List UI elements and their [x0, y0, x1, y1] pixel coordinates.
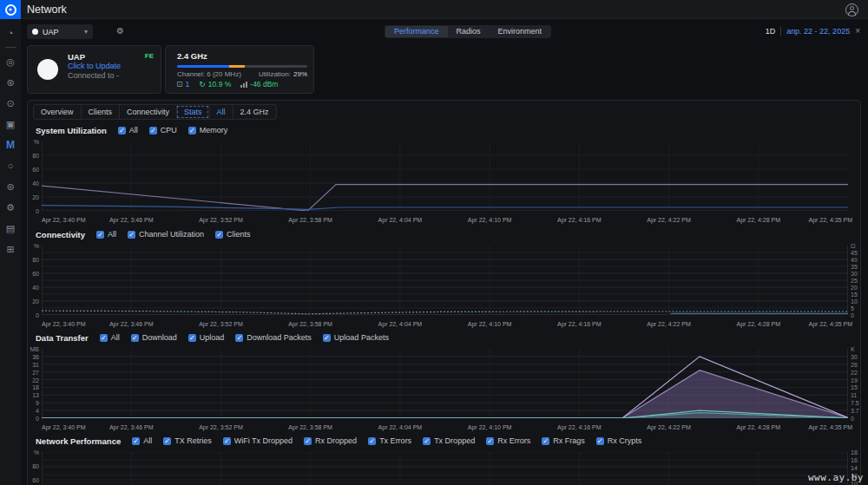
date-close-icon[interactable]: ×: [855, 27, 860, 36]
devices-icon[interactable]: ◎: [0, 51, 21, 72]
media-icon[interactable]: ▣: [0, 114, 21, 134]
unifi-logo[interactable]: [0, 0, 21, 19]
checkbox-label-all: All: [111, 333, 120, 342]
topology-icon[interactable]: ⊛: [0, 72, 21, 93]
checkbox-box-download-packets[interactable]: ✓: [235, 334, 243, 342]
checkbox-box-rx-errors[interactable]: ✓: [486, 437, 494, 445]
radio-stats-row: ⊡ 1 ↻ 10.9 % -46 dBm: [176, 80, 278, 88]
data-transfer-tick-right-30: 30: [851, 354, 866, 360]
connectivity-x-label-8: Apr 22, 4:28 PM: [736, 321, 780, 327]
stats-tab-all[interactable]: All: [209, 105, 233, 119]
checkbox-tx-dropped[interactable]: ✓Tx Dropped: [423, 436, 475, 445]
checkbox-all[interactable]: ✓All: [118, 126, 138, 134]
stats-tab-2.4-ghz[interactable]: 2.4 GHz: [233, 105, 276, 119]
view-tab-environment[interactable]: Environment: [490, 26, 551, 37]
checkbox-download[interactable]: ✓Download: [131, 333, 177, 342]
main-content: UAP ▾ ⚙ PerformanceRadiosEnvironment 1D …: [21, 19, 868, 485]
data-transfer-plot[interactable]: MB363127221813940K3026221915117.53.70Apr…: [42, 349, 848, 418]
checkbox-box-all[interactable]: ✓: [96, 231, 104, 239]
network-performance-header: Network Performance✓All✓TX Retries✓WiFi …: [36, 436, 641, 446]
checkbox-channel-utilization[interactable]: ✓Channel Utilization: [128, 230, 204, 239]
clients-icon[interactable]: ⊚: [0, 176, 21, 197]
checkbox-box-cpu[interactable]: ✓: [149, 127, 157, 134]
data-transfer-x-label-8: Apr 22, 4:28 PM: [736, 424, 780, 430]
checkbox-upload[interactable]: ✓Upload: [188, 333, 225, 342]
checkbox-label-all: All: [129, 126, 138, 134]
checkbox-box-rx-frags[interactable]: ✓: [542, 437, 549, 445]
device-card[interactable]: UAP Click to Update Connected to - FE: [27, 45, 161, 94]
radar-icon[interactable]: ⊙: [0, 93, 21, 114]
data-transfer-tick-left-36: 36: [27, 354, 39, 360]
checkbox-box-download[interactable]: ✓: [131, 334, 139, 342]
checkbox-box-all[interactable]: ✓: [100, 334, 108, 342]
checkbox-all[interactable]: ✓All: [96, 230, 116, 239]
checkbox-box-memory[interactable]: ✓: [188, 127, 196, 134]
network-performance-plot[interactable]: %806040200181614121086420Apr 22, 3:40 PM…: [42, 452, 848, 485]
connectivity-tick-left-20: 20: [27, 298, 39, 305]
checkbox-rx-errors[interactable]: ✓Rx Errors: [486, 436, 530, 445]
checkbox-clients[interactable]: ✓Clients: [215, 230, 251, 239]
checkbox-rx-frags[interactable]: ✓Rx Frags: [542, 436, 585, 445]
checkbox-download-packets[interactable]: ✓Download Packets: [235, 333, 312, 342]
date-duration[interactable]: 1D: [766, 27, 776, 36]
data-transfer-x-label-5: Apr 22, 4:10 PM: [468, 424, 512, 430]
date-range-picker[interactable]: 1D апр. 22 - 22, 2025 ×: [766, 27, 860, 36]
logs-icon[interactable]: ▤: [0, 218, 21, 239]
connectivity-plot[interactable]: %806040200⊡454035302520151050Apr 22, 3:4…: [42, 246, 848, 315]
connectivity-x-label-2: Apr 22, 3:52 PM: [199, 321, 243, 327]
connectivity-tick-right-15: 15: [851, 292, 866, 298]
radio-card[interactable]: 2.4 GHz Channel: 6 (20 MHz) Utilization:…: [165, 45, 314, 94]
click-to-update-link[interactable]: Click to Update: [68, 62, 121, 70]
checkbox-box-tx-retries[interactable]: ✓: [163, 437, 171, 445]
checkbox-tx-errors[interactable]: ✓Tx Errors: [368, 436, 411, 445]
checkbox-rx-dropped[interactable]: ✓Rx Dropped: [304, 436, 357, 445]
data-transfer-tick-right-0: 0: [851, 416, 866, 422]
checkbox-label-all: All: [143, 436, 152, 445]
data-transfer-tick-right-19: 19: [851, 377, 866, 383]
stats-tab-clients[interactable]: Clients: [81, 105, 120, 119]
device-selector-dropdown[interactable]: UAP ▾: [27, 24, 93, 39]
insights-icon[interactable]: ○: [0, 155, 21, 176]
checkbox-box-wifi-tx-dropped[interactable]: ✓: [223, 437, 231, 445]
checkbox-box-tx-dropped[interactable]: ✓: [423, 437, 431, 445]
account-icon[interactable]: [845, 3, 858, 16]
signal-value: -46 dBm: [250, 80, 278, 88]
data-transfer-tick-left-13: 13: [27, 392, 39, 398]
checkbox-label-download-packets: Download Packets: [247, 333, 312, 342]
checkbox-all[interactable]: ✓All: [132, 436, 152, 445]
toolbox-icon[interactable]: ⊞: [0, 239, 21, 259]
stats-tab-connectivity[interactable]: Connectivity: [119, 105, 176, 119]
checkbox-cpu[interactable]: ✓CPU: [149, 126, 177, 134]
data-transfer-tick-right-11: 11: [851, 392, 866, 398]
checkbox-box-clients[interactable]: ✓: [215, 231, 223, 239]
checkbox-box-upload[interactable]: ✓: [188, 334, 196, 342]
checkbox-box-rx-crypts[interactable]: ✓: [596, 437, 604, 445]
checkbox-box-tx-errors[interactable]: ✓: [368, 437, 376, 445]
checkbox-box-upload-packets[interactable]: ✓: [323, 334, 331, 342]
sidebar: ◔◎⊛⊙▣M○⊚⚙▤⊞: [0, 19, 21, 485]
stats-tab-overview[interactable]: Overview: [34, 105, 81, 119]
date-range-value[interactable]: апр. 22 - 22, 2025: [786, 27, 850, 36]
checkbox-box-rx-dropped[interactable]: ✓: [304, 437, 312, 445]
checkbox-upload-packets[interactable]: ✓Upload Packets: [323, 333, 389, 342]
radio-bar-blue: [177, 65, 229, 68]
checkbox-memory[interactable]: ✓Memory: [188, 126, 228, 134]
checkbox-tx-retries[interactable]: ✓TX Retries: [163, 436, 212, 445]
wifiman-icon[interactable]: M: [0, 134, 21, 155]
system-utilization-plot[interactable]: %806040200Apr 22, 3:40 PMApr 22, 3:46 PM…: [42, 141, 848, 211]
checkbox-box-all[interactable]: ✓: [118, 127, 126, 134]
settings-icon[interactable]: ⚙: [0, 197, 21, 218]
view-tab-radios[interactable]: Radios: [448, 26, 490, 37]
device-settings-gear-icon[interactable]: ⚙: [115, 25, 126, 36]
checkbox-rx-crypts[interactable]: ✓Rx Crypts: [596, 436, 642, 445]
device-selector-label: UAP: [43, 28, 59, 36]
checkbox-all[interactable]: ✓All: [100, 333, 120, 342]
checkbox-box-channel-utilization[interactable]: ✓: [128, 231, 135, 239]
checkbox-wifi-tx-dropped[interactable]: ✓WiFi Tx Dropped: [223, 436, 293, 445]
checkbox-box-all[interactable]: ✓: [132, 437, 140, 445]
dashboard-icon[interactable]: ◔: [0, 23, 21, 43]
data-transfer-x-label-9: Apr 22, 4:35 PM: [808, 424, 852, 430]
view-tab-performance[interactable]: Performance: [385, 26, 448, 37]
stats-tab-stats[interactable]: Stats: [176, 105, 209, 119]
data-transfer-tick-right-7.5: 7.5: [851, 400, 866, 406]
